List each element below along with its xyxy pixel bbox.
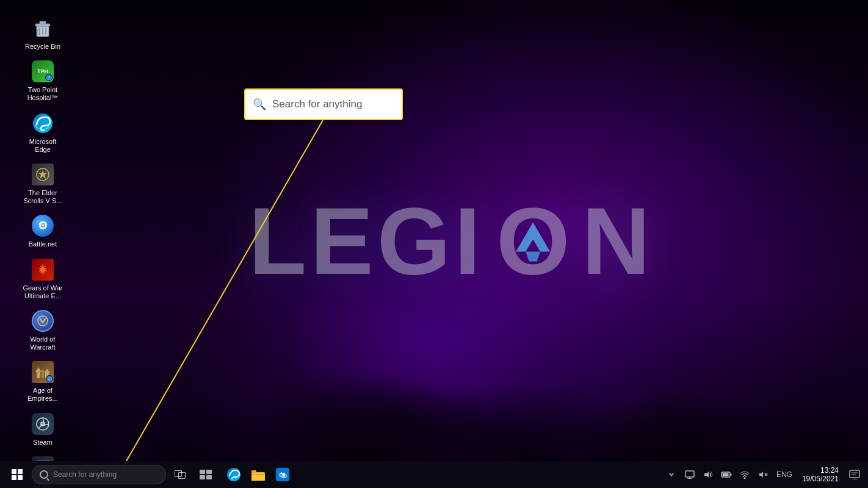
taskbar-search-icon <box>40 470 48 479</box>
clock-date: 19/05/2021 <box>802 475 839 483</box>
volume-tray-button[interactable] <box>701 467 715 482</box>
legion-y-icon <box>508 217 557 266</box>
taskbar-pinned-apps: 🛍 <box>222 463 294 486</box>
svg-marker-0 <box>516 222 550 251</box>
gow-label: Gears of War Ultimate E... <box>21 284 65 300</box>
svg-rect-42 <box>722 473 728 476</box>
notification-icon <box>849 470 860 479</box>
desktop-icon-steam[interactable]: Steam <box>18 408 67 450</box>
widgets-button[interactable] <box>194 463 217 486</box>
taskbar-search-text: Search for anything <box>53 470 117 479</box>
start-button[interactable] <box>5 462 29 487</box>
network-icon <box>685 470 695 479</box>
svg-rect-13 <box>37 372 40 378</box>
taskbar-store-icon: 🛍 <box>275 467 290 482</box>
steam-label: Steam <box>33 439 52 447</box>
notification-center-button[interactable] <box>846 466 863 483</box>
taskbar-explorer-button[interactable] <box>247 463 270 486</box>
desktop-icons-area: Recycle Bin TPH ✓ Two Point Hospital™ <box>0 6 85 488</box>
tph-label: Two Point Hospital™ <box>21 86 65 102</box>
tray-show-hidden-button[interactable] <box>664 467 679 482</box>
clock-time: 13:24 <box>820 466 839 475</box>
legion-o-icon: O <box>484 193 582 290</box>
callout-search-icon: 🔍 <box>253 98 266 111</box>
desktop-icon-recycle-bin[interactable]: Recycle Bin <box>18 12 67 54</box>
wifi-icon <box>740 470 750 479</box>
svg-rect-43 <box>730 474 731 476</box>
wifi-tray-button[interactable] <box>737 467 752 482</box>
taskbar-store-button[interactable]: 🛍 <box>271 463 294 486</box>
callout-search-text: Search for anything <box>272 98 362 110</box>
mute-tray-button[interactable] <box>756 467 770 482</box>
svg-text:🛍: 🛍 <box>279 471 287 479</box>
callout-search-box[interactable]: 🔍 Search for anything <box>244 88 403 120</box>
svg-point-31 <box>227 468 241 481</box>
desktop-icon-wow[interactable]: World of Warcraft <box>18 305 67 355</box>
svg-rect-29 <box>200 475 205 479</box>
svg-rect-27 <box>200 470 205 474</box>
steam-icon-graphic <box>35 416 51 432</box>
widgets-icon <box>200 470 212 479</box>
recycle-bin-label: Recycle Bin <box>25 43 60 51</box>
elderscrolls-icon-graphic <box>35 167 51 182</box>
svg-rect-5 <box>40 21 46 24</box>
svg-marker-45 <box>759 472 763 478</box>
taskbar-search-box[interactable]: Search for anything <box>32 465 166 484</box>
tray-chevron-icon <box>668 472 675 478</box>
legion-text-part1: LEGI <box>249 187 485 296</box>
desktop-icon-gow[interactable]: Gears of War Ultimate E... <box>18 254 67 304</box>
desktop-icon-aoe1[interactable]: ✓ Age of Empires... <box>18 356 67 406</box>
desktop-icon-tph[interactable]: TPH ✓ Two Point Hospital™ <box>18 56 67 106</box>
taskbar-explorer-icon <box>251 468 266 481</box>
gow-icon-graphic <box>35 262 50 277</box>
svg-rect-48 <box>850 470 859 478</box>
svg-rect-28 <box>206 470 212 474</box>
svg-marker-1 <box>526 251 540 261</box>
task-view-button[interactable] <box>168 463 192 486</box>
desktop-icon-battlenet[interactable]: ⚙ Battle.net <box>18 210 67 252</box>
battery-tray-button[interactable] <box>719 467 734 482</box>
edge-label: Microsoft Edge <box>21 138 65 154</box>
taskbar-edge-icon <box>226 467 241 482</box>
wow-label: World of Warcraft <box>21 336 65 351</box>
svg-point-12 <box>38 316 48 326</box>
aoe1-label: Age of Empires... <box>21 387 65 403</box>
legion-text-part2: N <box>582 187 654 296</box>
volume-icon <box>703 470 713 479</box>
svg-marker-17 <box>44 368 50 373</box>
battery-icon <box>721 471 732 478</box>
clock-button[interactable]: 13:24 19/05/2021 <box>798 465 842 484</box>
svg-rect-15 <box>42 370 44 378</box>
legion-logo: LEGI O N <box>249 187 654 296</box>
desktop-icon-edge[interactable]: Microsoft Edge <box>18 107 67 157</box>
svg-rect-34 <box>251 470 256 473</box>
recycle-bin-icon <box>32 17 54 39</box>
svg-rect-30 <box>206 475 212 479</box>
language-tray-button[interactable]: ENG <box>774 469 795 480</box>
desktop-background: LEGI O N 🔍 Search for anything <box>0 0 868 488</box>
network-tray-button[interactable] <box>682 467 697 482</box>
taskbar: Search for anything <box>0 461 868 488</box>
elderscrolls-label: The Elder Scrolls V S... <box>21 189 65 205</box>
desktop-icon-elderscrolls[interactable]: The Elder Scrolls V S... <box>18 159 67 209</box>
mute-icon <box>758 470 768 479</box>
svg-rect-4 <box>35 24 50 26</box>
svg-marker-14 <box>35 367 42 372</box>
edge-icon <box>32 112 54 134</box>
taskbar-edge-button[interactable] <box>222 463 245 486</box>
wow-icon-graphic <box>36 314 49 328</box>
task-view-icon <box>175 470 186 479</box>
battlenet-label: Battle.net <box>29 240 57 248</box>
system-tray: ENG 13:24 19/05/2021 <box>664 465 863 484</box>
rock-silhouettes <box>0 290 868 461</box>
svg-rect-37 <box>685 471 694 477</box>
svg-point-44 <box>743 478 745 479</box>
windows-logo-icon <box>12 469 23 480</box>
svg-marker-40 <box>704 472 709 478</box>
